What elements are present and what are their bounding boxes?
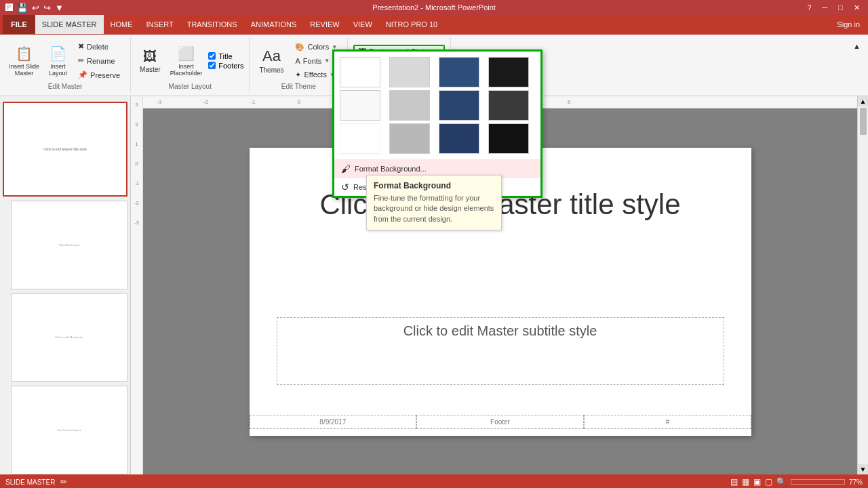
- edit-theme-label: Edit Theme: [281, 81, 316, 90]
- tab-home[interactable]: HOME: [104, 15, 140, 34]
- zoom-level: 77%: [849, 479, 863, 486]
- tab-animations[interactable]: ANIMATIONS: [244, 15, 304, 34]
- ruler-left--3: -3: [134, 220, 139, 226]
- themes-button[interactable]: Aa Themes: [255, 45, 288, 76]
- slide-show-icon[interactable]: ▢: [765, 477, 772, 487]
- preserve-label: Preserve: [90, 71, 120, 79]
- zoom-icon[interactable]: 🔍: [776, 477, 787, 487]
- collapse-ribbon-button[interactable]: ▲: [848, 40, 865, 52]
- tab-insert[interactable]: INSERT: [140, 15, 180, 34]
- sign-in-button[interactable]: Sign in: [831, 20, 865, 28]
- slide-sorter-icon[interactable]: ▦: [742, 477, 749, 487]
- footers-checkbox-item[interactable]: Footers: [208, 62, 243, 70]
- master-layout-group: 🖼 Master ⬜ InsertPlaceholder Title Foote…: [131, 37, 250, 93]
- slide-subtitle-text: Click to edit Master subtitle style: [403, 323, 597, 338]
- insert-layout-button[interactable]: 📄 InsertLayout: [45, 43, 71, 79]
- scroll-thumb[interactable]: [860, 108, 867, 135]
- preserve-icon: 📌: [78, 70, 87, 79]
- slide-3-text: Click to edit Master title: [55, 336, 83, 339]
- themes-label: Themes: [259, 66, 283, 74]
- title-checkbox[interactable]: [208, 52, 216, 60]
- effects-icon: ✦: [295, 70, 301, 79]
- ruler-left: 3 2 1 0 -1 -2 -3: [131, 96, 143, 474]
- format-background-label: Format Background...: [355, 165, 427, 173]
- slide-thumb-3[interactable]: Click to edit Master title: [11, 293, 127, 382]
- slide-thumb-2[interactable]: Title Slide Layout: [11, 201, 127, 289]
- reading-view-icon[interactable]: ▣: [753, 477, 761, 487]
- bg-style-item-7[interactable]: [439, 90, 479, 121]
- master-layout-items: 🖼 Master ⬜ InsertPlaceholder Title Foote…: [136, 40, 243, 81]
- close-button[interactable]: ✕: [851, 3, 863, 12]
- scroll-down-button[interactable]: ▼: [859, 464, 868, 474]
- slide-thumb-inner-1: Click to edit Master title style: [5, 104, 125, 194]
- footers-checkbox[interactable]: [208, 62, 216, 69]
- rename-icon: ✏: [78, 56, 84, 65]
- help-button[interactable]: ?: [804, 3, 814, 12]
- slide-footer-label[interactable]: Footer: [416, 415, 584, 429]
- tab-review[interactable]: REVIEW: [303, 15, 346, 34]
- delete-button[interactable]: ✖ Delete: [73, 40, 125, 53]
- bg-style-item-1[interactable]: [340, 57, 380, 87]
- slide-subtitle-placeholder[interactable]: Click to edit Master subtitle style: [277, 317, 724, 385]
- scroll-track: [858, 106, 868, 464]
- insert-slide-master-button[interactable]: 📋 Insert SlideMaster: [5, 43, 43, 79]
- colors-label: Colors: [307, 43, 329, 51]
- bg-style-item-3[interactable]: [439, 57, 479, 87]
- bg-style-item-12[interactable]: [488, 123, 529, 154]
- customize-quick-icon[interactable]: ▼: [55, 3, 64, 13]
- ruler-left-0: 0: [135, 161, 138, 167]
- themes-icon: Aa: [262, 47, 281, 65]
- status-icon-edit[interactable]: ✏: [60, 477, 67, 487]
- powerpoint-icon: 🅿: [5, 3, 13, 12]
- bg-style-item-2[interactable]: [389, 57, 430, 87]
- tab-view[interactable]: VIEW: [347, 15, 379, 34]
- delete-label: Delete: [87, 43, 108, 51]
- tab-slide-master[interactable]: SLIDE MASTER: [35, 15, 104, 34]
- save-quick-icon[interactable]: 💾: [17, 3, 28, 13]
- zoom-slider[interactable]: [791, 479, 845, 485]
- preserve-button[interactable]: 📌 Preserve: [73, 68, 125, 81]
- insert-placeholder-button[interactable]: ⬜ InsertPlaceholder: [167, 43, 206, 79]
- bg-style-item-10[interactable]: [389, 123, 430, 154]
- slide-4-text: Two Content Layout: [57, 428, 81, 432]
- tab-nitro[interactable]: NITRO PRO 10: [379, 15, 444, 34]
- bg-style-item-4[interactable]: [488, 57, 529, 87]
- slide-panel: Click to edit Master title style Title S…: [0, 96, 131, 474]
- tab-file[interactable]: FILE: [3, 15, 35, 34]
- slide-footer-date[interactable]: 8/9/2017: [250, 415, 417, 429]
- bg-style-item-5[interactable]: [340, 90, 380, 121]
- fonts-dropdown-arrow: ▼: [324, 58, 330, 64]
- normal-view-icon[interactable]: ▤: [730, 477, 738, 487]
- slide-master-status-label: SLIDE MASTER: [5, 479, 55, 486]
- master-button[interactable]: 🖼 Master: [136, 47, 164, 75]
- slide-thumb-inner-3: Click to edit Master title: [13, 296, 125, 380]
- scroll-up-button[interactable]: ▲: [859, 96, 868, 106]
- maximize-button[interactable]: □: [835, 3, 846, 12]
- bg-style-item-9[interactable]: [340, 123, 380, 154]
- slide-thumb-inner-2: Title Slide Layout: [13, 203, 125, 287]
- tab-transitions[interactable]: TRANSITIONS: [180, 15, 244, 34]
- ruler-left-1: 1: [135, 141, 138, 147]
- rename-button[interactable]: ✏ Rename: [73, 54, 125, 67]
- slide-2-text: Title Slide Layout: [59, 243, 80, 247]
- bg-styles-grid: [334, 52, 540, 159]
- bg-style-item-8[interactable]: [488, 90, 529, 121]
- title-checkbox-item[interactable]: Title: [208, 52, 243, 60]
- bg-style-item-6[interactable]: [389, 90, 430, 121]
- redo-quick-icon[interactable]: ↪: [43, 3, 51, 13]
- title-bar-controls: ? ─ □ ✕: [804, 3, 863, 12]
- slide-thumb-1[interactable]: Click to edit Master title style: [3, 102, 127, 197]
- title-bar-left: 🅿 💾 ↩ ↪ ▼: [5, 3, 64, 13]
- minimize-button[interactable]: ─: [820, 3, 831, 12]
- slide-thumb-4[interactable]: Two Content Layout: [11, 386, 127, 474]
- slide-footer-page[interactable]: #: [584, 415, 751, 429]
- ruler-left--2: -2: [134, 200, 139, 206]
- scrollbar-right[interactable]: ▲ ▼: [857, 96, 868, 474]
- bg-style-item-11[interactable]: [439, 123, 479, 154]
- undo-quick-icon[interactable]: ↩: [32, 3, 39, 13]
- tooltip-text: Fine-tune the formatting for your backgr…: [374, 193, 494, 224]
- reset-background-icon: ↺: [341, 182, 349, 192]
- ruler-left--1: -1: [134, 180, 139, 186]
- effects-label: Effects: [304, 70, 326, 79]
- fonts-icon: A: [295, 57, 300, 65]
